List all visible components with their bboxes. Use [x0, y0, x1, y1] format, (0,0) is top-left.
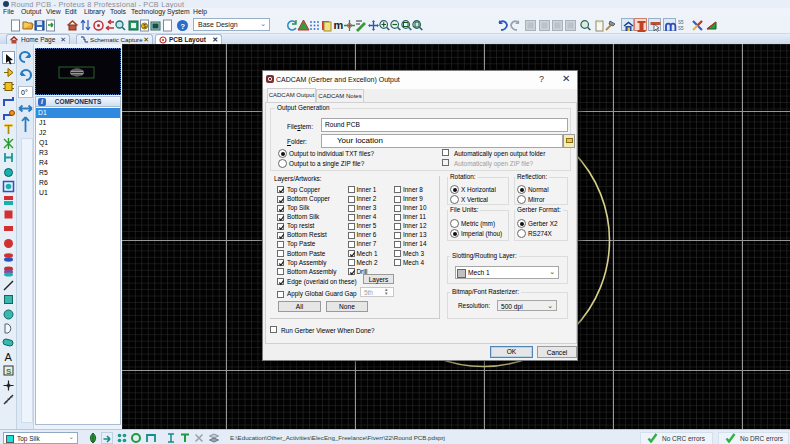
svg-text:m: m: [334, 19, 344, 31]
svg-text:S: S: [6, 367, 12, 376]
svg-text:?: ?: [180, 22, 185, 31]
svg-text:A: A: [5, 351, 13, 363]
svg-text:S5: S5: [678, 20, 684, 25]
svg-text:S5: S5: [678, 26, 684, 31]
